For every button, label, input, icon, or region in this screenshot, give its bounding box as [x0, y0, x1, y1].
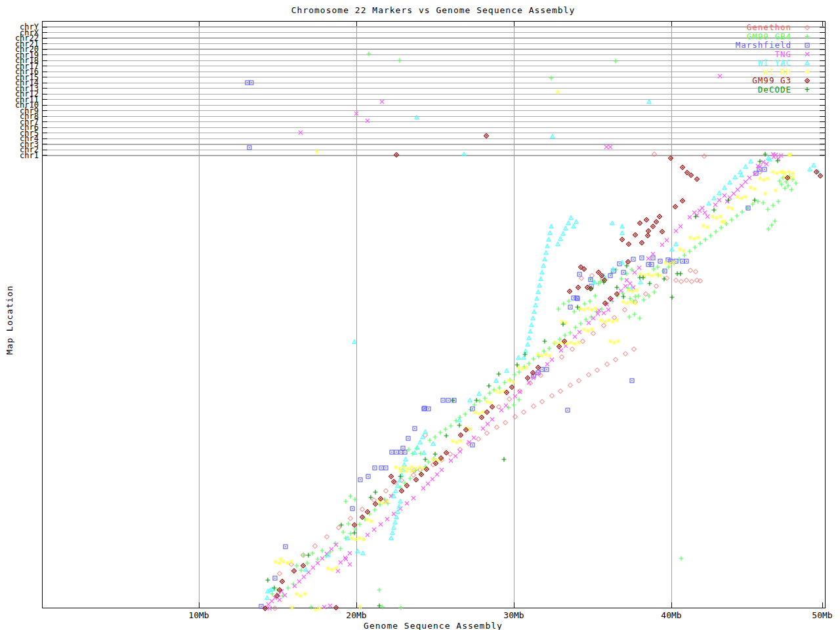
- data-point-wirh: [635, 288, 639, 293]
- data-point-genethon: [273, 606, 278, 611]
- data-point-wiyac: [431, 442, 436, 446]
- data-point-marshfield: [284, 545, 287, 549]
- data-point-genethon: [674, 278, 679, 283]
- data-point-g3: [673, 205, 678, 209]
- data-point-gb4: [698, 242, 703, 246]
- data-point-genethon: [507, 397, 512, 402]
- legend-label-decode: DeCODE: [758, 85, 791, 94]
- data-point-wirh: [358, 605, 363, 610]
- data-point-genethon: [485, 431, 490, 436]
- data-point-marshfield: [471, 407, 474, 411]
- data-point-gb4: [438, 430, 443, 435]
- data-point-wirh: [705, 225, 710, 230]
- data-point-gb4: [568, 331, 573, 335]
- data-point-g3: [627, 242, 631, 247]
- data-point-genethon: [690, 280, 694, 284]
- data-point-g3: [651, 224, 656, 229]
- data-point-wiyac: [415, 446, 420, 450]
- data-point-tng: [747, 176, 751, 180]
- data-point-wirh: [417, 465, 422, 470]
- data-point-wiyac: [394, 515, 399, 519]
- data-point-wirh: [459, 439, 463, 444]
- data-point-gb4: [270, 592, 275, 597]
- data-point-wiyac: [532, 310, 537, 314]
- data-point-wirh: [646, 272, 651, 277]
- data-point-wirh: [402, 465, 406, 470]
- data-point-wirh: [350, 536, 354, 541]
- data-point-g3: [658, 215, 662, 219]
- data-point-decode: [679, 272, 683, 276]
- data-point-genethon: [558, 389, 563, 394]
- data-point-wirh: [771, 170, 776, 175]
- data-point-gb4: [572, 310, 577, 314]
- data-point-wirh: [315, 150, 320, 154]
- data-point-wiyac: [304, 568, 308, 572]
- data-point-marshfield: [413, 427, 417, 430]
- data-point-gb4: [766, 227, 771, 232]
- data-point-wirh: [753, 187, 757, 192]
- data-point-wiyac: [526, 343, 530, 346]
- data-point-gb4: [627, 315, 632, 320]
- data-point-genethon: [325, 535, 329, 539]
- data-point-tng: [660, 243, 664, 247]
- data-point-gb4: [542, 349, 547, 354]
- data-point-decode: [444, 434, 449, 438]
- data-point-g3: [620, 238, 625, 242]
- data-point-wiyac: [812, 163, 816, 167]
- data-point-gb4: [735, 214, 740, 219]
- data-point-wirh: [477, 411, 482, 416]
- data-point-wirh: [289, 560, 294, 564]
- data-point-marshfield: [640, 256, 644, 260]
- data-point-wirh: [650, 274, 655, 278]
- data-point-wiyac: [534, 303, 538, 307]
- data-point-marshfield: [578, 272, 581, 276]
- legend-marker-wirh: [805, 70, 810, 74]
- data-point-wiyac: [572, 224, 576, 228]
- data-point-wirh: [608, 339, 613, 344]
- data-point-gb4: [507, 406, 511, 410]
- data-point-wiyac: [505, 369, 509, 373]
- data-point-wiyac: [707, 201, 711, 205]
- data-point-gb4: [709, 234, 713, 238]
- data-point-tng: [776, 157, 780, 161]
- data-point-marshfield: [350, 507, 354, 511]
- data-point-tng: [703, 211, 707, 215]
- data-point-wirh: [781, 170, 786, 175]
- data-point-g3: [301, 564, 306, 568]
- data-point-wiyac: [558, 237, 563, 241]
- data-point-wirh: [381, 501, 386, 505]
- data-point-g3: [669, 156, 673, 161]
- data-point-genethon: [595, 368, 600, 373]
- data-point-wirh: [413, 467, 418, 471]
- data-point-wirh: [711, 215, 715, 219]
- data-point-genethon: [313, 544, 318, 549]
- data-point-gb4: [305, 561, 310, 566]
- data-point-wirh: [726, 205, 731, 210]
- data-point-g3: [818, 174, 823, 178]
- data-point-tng: [717, 198, 721, 202]
- data-point-genethon: [684, 278, 689, 283]
- data-point-marshfield: [373, 466, 377, 470]
- data-point-tng: [646, 257, 650, 261]
- data-point-wiyac: [541, 264, 546, 268]
- data-point-gb4: [286, 586, 291, 591]
- data-point-wirh: [354, 537, 358, 542]
- data-point-wirh: [775, 171, 780, 176]
- data-point-tng: [559, 348, 563, 352]
- data-point-wirh: [763, 192, 768, 196]
- data-point-gb4: [656, 265, 660, 270]
- data-point-genethon: [581, 339, 585, 344]
- data-point-tng: [278, 598, 282, 602]
- data-point-genethon: [411, 473, 416, 478]
- data-point-wirh: [473, 410, 478, 415]
- data-point-gb4: [704, 238, 708, 242]
- data-point-tng: [426, 482, 430, 486]
- data-point-tng: [435, 472, 439, 476]
- data-point-gb4: [740, 210, 745, 215]
- data-point-wirh: [285, 561, 290, 566]
- data-point-gb4: [621, 291, 625, 296]
- data-point-tng: [472, 436, 476, 440]
- data-point-tng: [740, 184, 744, 188]
- y-axis-label: Map Location: [5, 274, 14, 366]
- data-point-wirh: [385, 499, 390, 504]
